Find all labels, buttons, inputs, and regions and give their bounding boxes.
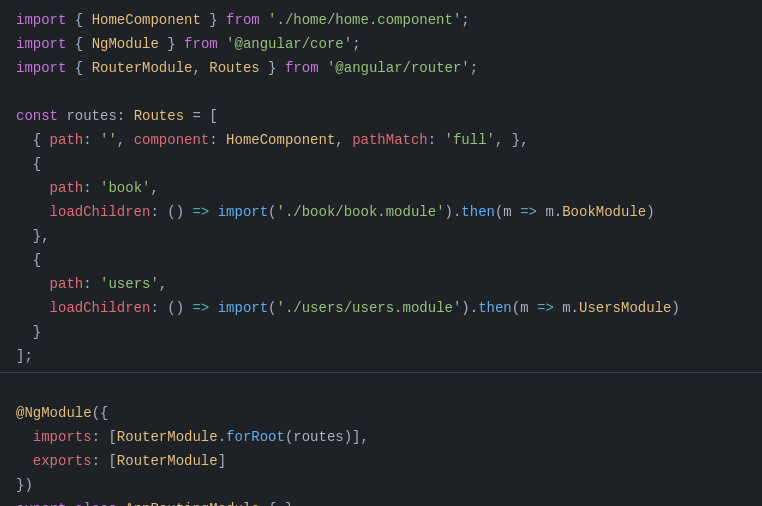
- code-token: , },: [495, 128, 529, 152]
- code-token: : [: [92, 425, 117, 449]
- code-token: :: [83, 176, 100, 200]
- code-token: loadChildren: [50, 200, 151, 224]
- code-token: [218, 32, 226, 56]
- code-token: m.: [537, 200, 562, 224]
- code-token: ,: [159, 272, 167, 296]
- code-token: {: [16, 152, 41, 176]
- code-token: [66, 497, 74, 506]
- code-token: {: [66, 32, 91, 56]
- code-token: (: [268, 200, 276, 224]
- code-token: @NgModule: [16, 401, 92, 425]
- code-line: export class AppRoutingModule { }: [0, 497, 762, 506]
- code-token: from: [226, 8, 260, 32]
- code-token: pathMatch: [352, 128, 428, 152]
- code-token: ;: [461, 8, 469, 32]
- code-token: ).: [445, 200, 462, 224]
- code-token: [16, 425, 33, 449]
- code-token: ,: [117, 128, 134, 152]
- code-token: ;: [352, 32, 360, 56]
- code-token: = [: [184, 104, 218, 128]
- code-token: .: [218, 425, 226, 449]
- code-line: }: [0, 320, 762, 344]
- code-line: @NgModule({: [0, 401, 762, 425]
- code-token: : [: [92, 449, 117, 473]
- code-line: ];: [0, 344, 762, 368]
- code-token: from: [285, 56, 319, 80]
- code-token: BookModule: [562, 200, 646, 224]
- code-token: HomeComponent: [226, 128, 335, 152]
- code-line: {: [0, 152, 762, 176]
- code-token: ];: [16, 344, 33, 368]
- code-line: path: 'book',: [0, 176, 762, 200]
- code-line: import { HomeComponent } from './home/ho…: [0, 8, 762, 32]
- code-token: '': [100, 128, 117, 152]
- code-editor: import { HomeComponent } from './home/ho…: [0, 0, 762, 506]
- code-token: (routes)],: [285, 425, 369, 449]
- code-token: {: [16, 248, 41, 272]
- code-token: UsersModule: [579, 296, 671, 320]
- code-token: [260, 8, 268, 32]
- code-token: [16, 176, 50, 200]
- code-token: [16, 272, 50, 296]
- code-token: [209, 200, 217, 224]
- code-token: {: [66, 8, 91, 32]
- code-token: import: [16, 8, 66, 32]
- code-token: ): [671, 296, 679, 320]
- code-token: {: [66, 56, 91, 80]
- code-token: =>: [537, 296, 554, 320]
- code-token: RouterModule: [117, 425, 218, 449]
- code-token: loadChildren: [50, 296, 151, 320]
- code-token: path: [50, 272, 84, 296]
- code-token: }: [201, 8, 226, 32]
- code-token: ({: [92, 401, 109, 425]
- code-token: [16, 200, 50, 224]
- code-token: import: [218, 200, 268, 224]
- code-token: =>: [192, 296, 209, 320]
- code-line: loadChildren: () => import('./users/user…: [0, 296, 762, 320]
- code-token: ,: [150, 176, 158, 200]
- code-line: {: [0, 248, 762, 272]
- code-token: export: [16, 497, 66, 506]
- code-token: forRoot: [226, 425, 285, 449]
- code-token: },: [16, 224, 50, 248]
- code-token: ]: [218, 449, 226, 473]
- code-token: :: [83, 128, 100, 152]
- code-token: [117, 497, 125, 506]
- code-token: RouterModule: [92, 56, 193, 80]
- code-token: 'users': [100, 272, 159, 296]
- code-token: import: [218, 296, 268, 320]
- code-token: (m: [512, 296, 537, 320]
- code-token: '@angular/router': [327, 56, 470, 80]
- code-token: =>: [192, 200, 209, 224]
- code-line: { path: '', component: HomeComponent, pa…: [0, 128, 762, 152]
- code-token: routes:: [58, 104, 134, 128]
- code-token: }): [16, 473, 33, 497]
- code-token: import: [16, 32, 66, 56]
- code-token: [319, 56, 327, 80]
- code-token: { }: [260, 497, 294, 506]
- code-token: }: [16, 320, 41, 344]
- code-token: : (): [150, 200, 192, 224]
- code-token: then: [478, 296, 512, 320]
- code-line: [0, 80, 762, 104]
- code-token: Routes: [209, 56, 259, 80]
- code-token: path: [50, 176, 84, 200]
- code-token: from: [184, 32, 218, 56]
- code-token: 'book': [100, 176, 150, 200]
- code-token: ): [646, 200, 654, 224]
- code-token: :: [428, 128, 445, 152]
- code-token: m.: [554, 296, 579, 320]
- code-line: import { RouterModule, Routes } from '@a…: [0, 56, 762, 80]
- code-token: path: [50, 128, 84, 152]
- code-line: }): [0, 473, 762, 497]
- code-token: './book/book.module': [277, 200, 445, 224]
- code-token: }: [159, 32, 184, 56]
- code-token: ,: [335, 128, 352, 152]
- code-token: HomeComponent: [92, 8, 201, 32]
- code-token: (m: [495, 200, 520, 224]
- code-token: [16, 296, 50, 320]
- code-token: Routes: [134, 104, 184, 128]
- code-token: const: [16, 104, 58, 128]
- code-token: './users/users.module': [277, 296, 462, 320]
- code-token: exports: [33, 449, 92, 473]
